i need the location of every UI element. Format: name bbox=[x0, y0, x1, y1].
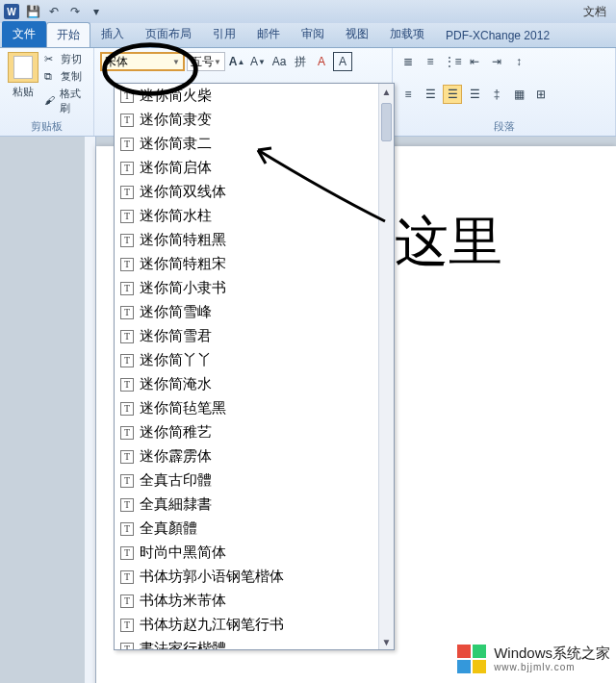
tab-view[interactable]: 视图 bbox=[335, 21, 379, 47]
tab-page-layout[interactable]: 页面布局 bbox=[135, 21, 202, 47]
font-option[interactable]: T迷你简隶二 bbox=[115, 132, 394, 156]
grow-font-button[interactable]: A▲ bbox=[227, 52, 246, 71]
font-option-name: 迷你简启体 bbox=[140, 159, 212, 177]
numbering-button[interactable]: ≡ bbox=[421, 52, 440, 71]
tab-home[interactable]: 开始 bbox=[46, 22, 90, 47]
sort-button[interactable]: ↕ bbox=[509, 52, 528, 71]
font-option[interactable]: T全真古印體 bbox=[115, 468, 394, 493]
truetype-icon: T bbox=[120, 89, 134, 103]
font-option-name: 书体坊米芾体 bbox=[140, 592, 226, 610]
font-option[interactable]: T书体坊米芾体 bbox=[115, 589, 394, 613]
tab-mailings[interactable]: 邮件 bbox=[246, 21, 291, 47]
multilevel-list-button[interactable]: ⋮≡ bbox=[443, 52, 462, 71]
truetype-icon: T bbox=[120, 162, 134, 175]
font-option[interactable]: T迷你简特粗黑 bbox=[115, 228, 394, 252]
watermark: Windows系统之家 www.bjjmlv.com bbox=[455, 643, 610, 675]
font-option[interactable]: T迷你简小隶书 bbox=[115, 276, 394, 300]
font-option[interactable]: T迷你简雪君 bbox=[115, 324, 394, 348]
font-option[interactable]: T迷你简启体 bbox=[115, 156, 394, 180]
font-family-combobox[interactable]: 宋体 ▼ bbox=[100, 52, 185, 71]
font-dropdown-list[interactable]: T迷你简火柴T迷你简隶变T迷你简隶二T迷你简启体T迷你简双线体T迷你简水柱T迷你… bbox=[114, 83, 395, 650]
cut-button[interactable]: ✂剪切 bbox=[44, 52, 88, 66]
font-option[interactable]: T时尚中黑简体 bbox=[115, 541, 394, 565]
font-option[interactable]: T书体坊郭小语钢笔楷体 bbox=[115, 565, 394, 589]
copy-button[interactable]: ⧉复制 bbox=[44, 69, 88, 84]
copy-icon: ⧉ bbox=[44, 70, 58, 84]
dropdown-scrollbar[interactable]: ▲ ▼ bbox=[378, 84, 394, 649]
scroll-thumb[interactable] bbox=[381, 103, 392, 141]
scissors-icon: ✂ bbox=[44, 53, 58, 66]
tab-file[interactable]: 文件 bbox=[2, 21, 46, 47]
truetype-icon: T bbox=[120, 210, 134, 223]
font-option[interactable]: T迷你霹雳体 bbox=[115, 444, 394, 468]
shrink-font-button[interactable]: A▼ bbox=[248, 52, 268, 71]
font-option[interactable]: T迷你简火柴 bbox=[115, 84, 394, 108]
font-option[interactable]: T迷你简雪峰 bbox=[115, 300, 394, 324]
font-option-name: 迷你简特粗宋 bbox=[140, 255, 226, 273]
font-option[interactable]: T迷你简稚艺 bbox=[115, 420, 394, 444]
font-option[interactable]: T迷你简水柱 bbox=[115, 204, 394, 228]
font-option[interactable]: T迷你简特粗宋 bbox=[115, 252, 394, 276]
truetype-icon: T bbox=[120, 306, 134, 319]
font-option-name: 迷你简淹水 bbox=[140, 375, 212, 393]
decrease-indent-button[interactable]: ⇤ bbox=[465, 52, 484, 71]
save-button[interactable]: 💾 bbox=[23, 2, 42, 21]
paste-button[interactable]: 粘贴 bbox=[6, 52, 40, 115]
borders-button[interactable]: ⊞ bbox=[531, 85, 551, 104]
font-option-name: 全真細隸書 bbox=[140, 495, 212, 514]
font-option[interactable]: T書法家行楷體 bbox=[115, 637, 394, 649]
truetype-icon: T bbox=[120, 258, 134, 271]
phonetic-guide-button[interactable]: 拼 bbox=[291, 52, 310, 71]
scroll-up-arrow[interactable]: ▲ bbox=[379, 84, 394, 99]
font-option-name: 迷你简小隶书 bbox=[140, 279, 226, 297]
redo-button[interactable]: ↷ bbox=[65, 2, 85, 21]
truetype-icon: T bbox=[120, 114, 134, 127]
clipboard-group: 粘贴 ✂剪切 ⧉复制 🖌格式刷 剪贴板 bbox=[0, 48, 94, 136]
ribbon-tabs: 文件 开始 插入 页面布局 引用 邮件 审阅 视图 加载项 PDF-XChang… bbox=[0, 23, 616, 48]
tab-review[interactable]: 审阅 bbox=[291, 21, 335, 47]
font-option-name: 迷你简双线体 bbox=[140, 183, 226, 201]
bullets-button[interactable]: ≣ bbox=[398, 52, 418, 71]
truetype-icon: T bbox=[120, 330, 134, 343]
clipboard-group-label: 剪贴板 bbox=[6, 119, 88, 134]
font-option[interactable]: T迷你简淹水 bbox=[115, 372, 394, 396]
font-option[interactable]: T迷你简丫丫 bbox=[115, 348, 394, 372]
tab-references[interactable]: 引用 bbox=[202, 21, 246, 47]
font-option[interactable]: T迷你简毡笔黑 bbox=[115, 396, 394, 420]
font-option-name: 迷你简雪君 bbox=[140, 327, 212, 345]
align-justify-button[interactable]: ☰ bbox=[443, 85, 462, 104]
clear-formatting-button[interactable]: A bbox=[312, 52, 331, 71]
char-border-button[interactable]: A bbox=[333, 52, 352, 71]
tab-insert[interactable]: 插入 bbox=[90, 21, 135, 47]
align-distribute-button[interactable]: ☰ bbox=[465, 85, 484, 104]
font-option[interactable]: T全真顏體 bbox=[115, 517, 394, 541]
quick-access-toolbar: 💾 ↶ ↷ ▾ bbox=[23, 2, 106, 21]
increase-indent-button[interactable]: ⇥ bbox=[487, 52, 506, 71]
font-option[interactable]: T迷你简隶变 bbox=[115, 108, 394, 132]
change-case-button[interactable]: Aa bbox=[270, 52, 289, 71]
font-size-combobox[interactable]: 五号 ▼ bbox=[187, 52, 225, 71]
document-title: 文档 bbox=[583, 4, 606, 20]
font-option-name: 迷你简稚艺 bbox=[140, 423, 212, 442]
truetype-icon: T bbox=[120, 138, 134, 151]
align-left-button[interactable]: ≡ bbox=[398, 85, 418, 104]
undo-button[interactable]: ↶ bbox=[44, 2, 64, 21]
font-family-value: 宋体 bbox=[105, 54, 128, 70]
qat-more-button[interactable]: ▾ bbox=[87, 2, 106, 21]
truetype-icon: T bbox=[120, 619, 134, 632]
font-option-name: 全真顏體 bbox=[140, 519, 197, 538]
brush-icon: 🖌 bbox=[44, 94, 57, 108]
shading-button[interactable]: ▦ bbox=[509, 85, 528, 104]
font-option[interactable]: T全真細隸書 bbox=[115, 493, 394, 517]
font-option[interactable]: T书体坊赵九江钢笔行书 bbox=[115, 613, 394, 637]
font-option[interactable]: T迷你简双线体 bbox=[115, 180, 394, 204]
format-painter-button[interactable]: 🖌格式刷 bbox=[44, 87, 88, 115]
truetype-icon: T bbox=[120, 522, 134, 536]
tab-addins[interactable]: 加载项 bbox=[379, 21, 435, 47]
align-center-button[interactable]: ☰ bbox=[421, 85, 440, 104]
scroll-down-arrow[interactable]: ▼ bbox=[379, 634, 394, 649]
font-option-name: 書法家行楷體 bbox=[140, 640, 226, 649]
truetype-icon: T bbox=[120, 234, 134, 247]
line-spacing-button[interactable]: ‡ bbox=[487, 85, 506, 104]
tab-pdf-xchange[interactable]: PDF-XChange 2012 bbox=[435, 24, 560, 47]
